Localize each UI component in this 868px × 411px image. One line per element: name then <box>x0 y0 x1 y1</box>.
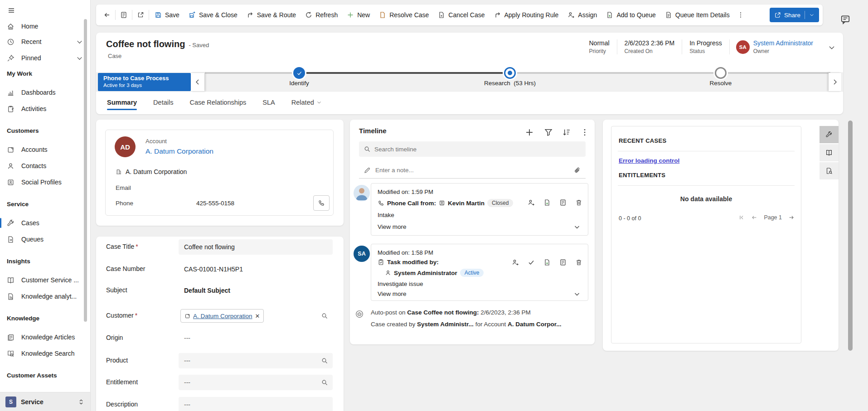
phone-value[interactable]: 425-555-0158 <box>196 200 234 207</box>
view-more-link[interactable]: View more <box>378 290 407 297</box>
error-loading-control-link[interactable]: Error loading control <box>619 157 679 164</box>
tab-case-relationships[interactable]: Case Relationships <box>189 99 246 106</box>
timeline-filter-icon[interactable] <box>544 128 553 137</box>
tab-related[interactable]: Related <box>291 99 322 106</box>
timeline-more-icon[interactable] <box>580 128 589 137</box>
customer-value[interactable]: A. Datum Corporation <box>193 313 252 319</box>
feedback-chat-button[interactable] <box>837 11 854 28</box>
form-selector-button[interactable] <box>116 7 131 23</box>
collapse-header-button[interactable] <box>828 44 836 52</box>
sidebar-item-knowledge-analytics[interactable]: Knowledge analyt... <box>0 288 91 305</box>
sidebar-item-queues[interactable]: Queues <box>0 231 91 247</box>
assign-icon[interactable] <box>528 199 535 206</box>
chevron-down-icon[interactable] <box>573 290 581 298</box>
more-commands-button[interactable] <box>734 7 747 23</box>
bpf-stage-resolve-dot[interactable] <box>715 67 727 79</box>
sidebar-item-knowledge-articles[interactable]: Knowledge Articles <box>0 329 91 345</box>
timeline-add-icon[interactable] <box>525 128 534 137</box>
sidebar-scrollbar[interactable] <box>84 19 87 322</box>
sidebar-item-activities[interactable]: Activities <box>0 101 91 117</box>
save-and-route-button[interactable]: Save & Route <box>242 7 301 23</box>
sidebar-item-pinned[interactable]: Pinned <box>0 50 91 66</box>
sidebar-item-customer-service-dashboard[interactable]: Customer Service ... <box>0 272 91 288</box>
delete-icon[interactable] <box>575 259 582 266</box>
bpf-stage-identify-dot[interactable] <box>293 67 305 79</box>
share-button[interactable]: Share <box>770 8 819 22</box>
description-value[interactable]: --- <box>179 397 333 411</box>
entitlement-value[interactable]: --- <box>179 375 333 390</box>
bpf-next-stage-button[interactable] <box>829 73 841 91</box>
new-button[interactable]: New <box>342 7 374 23</box>
owner-field[interactable]: SA System Administrator Owner <box>730 39 820 54</box>
assign-button[interactable]: Assign <box>563 7 601 23</box>
bpf-stage-resolve-label[interactable]: Resolve <box>710 80 732 87</box>
first-page-icon[interactable] <box>738 214 745 221</box>
remove-customer-icon[interactable]: ✕ <box>255 313 260 319</box>
timeline-sort-icon[interactable] <box>562 128 571 137</box>
page-scrollbar[interactable] <box>848 121 853 351</box>
back-button[interactable] <box>100 7 114 23</box>
tool-search-records-button[interactable] <box>820 162 839 179</box>
entry-actor[interactable]: Kevin Martin <box>448 200 485 207</box>
sidebar-item-contacts[interactable]: Contacts <box>0 158 91 174</box>
customer-lookup-pill[interactable]: A. Datum Corporation ✕ <box>180 309 264 323</box>
apply-routing-rule-button[interactable]: Apply Routing Rule <box>490 7 563 23</box>
bpf-stage-research-dot[interactable] <box>504 67 516 79</box>
sidebar-item-knowledge-search[interactable]: Knowledge Search <box>0 345 91 362</box>
tab-summary[interactable]: Summary <box>107 99 137 106</box>
product-value[interactable]: --- <box>179 353 333 368</box>
sidebar-item-social-profiles[interactable]: Social Profiles <box>0 174 91 190</box>
area-switcher[interactable]: S Service <box>0 392 90 411</box>
sidebar-item-cases[interactable]: Cases <box>0 215 91 231</box>
bpf-previous-stage-button[interactable] <box>191 73 204 91</box>
note-input[interactable] <box>375 167 569 174</box>
attach-icon[interactable] <box>574 167 581 174</box>
bpf-stage-identify-label[interactable]: Identify <box>289 80 309 87</box>
sidebar-item-recent[interactable]: Recent <box>0 34 91 50</box>
customer-search-icon[interactable] <box>321 312 328 319</box>
open-record-icon[interactable] <box>559 259 567 266</box>
timeline-entry-phone-call[interactable]: Modified on: 1:59 PM Phone Call from: Ke… <box>371 183 588 236</box>
sidebar-item-accounts[interactable]: Accounts <box>0 141 91 158</box>
save-and-close-button[interactable]: Save & Close <box>184 7 242 23</box>
subject-value[interactable]: Default Subject <box>179 287 230 294</box>
cancel-case-button[interactable]: Cancel Case <box>433 7 489 23</box>
case-title-input[interactable] <box>179 239 333 255</box>
delete-icon[interactable] <box>575 199 582 206</box>
add-to-queue-icon[interactable] <box>543 259 551 266</box>
add-to-queue-icon[interactable] <box>543 199 551 206</box>
tab-details[interactable]: Details <box>153 99 173 106</box>
add-to-queue-button[interactable]: Add to Queue <box>601 7 660 23</box>
timeline-search-input[interactable] <box>374 146 581 153</box>
view-more-link[interactable]: View more <box>378 223 407 230</box>
sidebar-item-dashboards[interactable]: Dashboards <box>0 84 91 101</box>
hamburger-menu-icon[interactable] <box>5 5 17 16</box>
tab-sla[interactable]: SLA <box>262 99 275 106</box>
open-record-icon[interactable] <box>559 199 567 206</box>
queue-item-details-button[interactable]: Queue Item Details <box>660 7 734 23</box>
owner-value[interactable]: System Administrator <box>753 39 813 47</box>
chevron-down-icon[interactable] <box>573 223 581 231</box>
origin-value[interactable]: --- <box>179 334 190 342</box>
next-page-icon[interactable] <box>788 214 795 221</box>
tool-knowledge-base-button[interactable] <box>820 144 839 161</box>
entry-actor[interactable]: System Administrator <box>394 270 457 276</box>
timeline-entry-task[interactable]: Modified on: 1:58 PM Task modified by: S… <box>371 244 588 301</box>
timeline-note-row[interactable] <box>359 162 586 179</box>
assign-icon[interactable] <box>512 259 519 266</box>
share-dropdown-icon[interactable] <box>809 12 815 18</box>
popout-button[interactable] <box>133 7 148 23</box>
save-button[interactable]: Save <box>150 7 184 23</box>
bpf-stage-research-label[interactable]: Research (53 Hrs) <box>484 80 536 87</box>
product-search-icon[interactable] <box>321 357 328 364</box>
call-phone-button[interactable] <box>313 195 330 211</box>
refresh-button[interactable]: Refresh <box>301 7 342 23</box>
entitlement-search-icon[interactable] <box>321 379 328 386</box>
bpf-process-box[interactable]: Phone to Case Process Active for 3 days <box>98 73 191 91</box>
previous-page-icon[interactable] <box>751 214 757 221</box>
complete-task-icon[interactable] <box>528 259 535 266</box>
tool-case-tools-button[interactable] <box>820 126 839 143</box>
timeline-search-box[interactable] <box>359 141 586 157</box>
resolve-case-button[interactable]: Resolve Case <box>374 7 433 23</box>
sidebar-item-home[interactable]: Home <box>0 18 91 34</box>
